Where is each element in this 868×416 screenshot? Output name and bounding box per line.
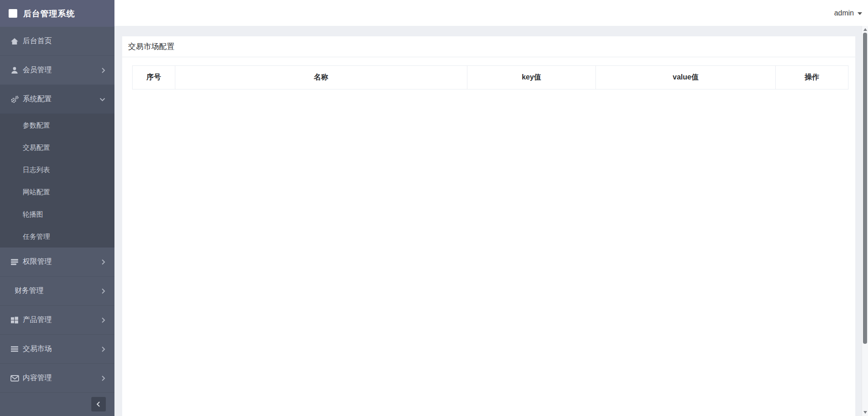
app-logo: 后台管理系统 — [0, 0, 114, 27]
col-header-key: key值 — [467, 66, 596, 89]
gears-icon — [10, 95, 19, 104]
sidebar-item-label: 后台首页 — [23, 36, 52, 46]
hamburger-icon — [10, 345, 19, 353]
scroll-down-arrow-icon[interactable] — [863, 411, 867, 414]
scrollbar-thumb[interactable] — [863, 33, 867, 344]
sidebar-subitem[interactable]: 参数配置 — [0, 114, 114, 136]
chevron-right-icon — [101, 259, 105, 265]
table-header-row: 序号 名称 key值 value值 操作 — [133, 66, 848, 89]
user-icon — [10, 66, 19, 74]
sidebar-subitem[interactable]: 任务管理 — [0, 225, 114, 248]
sidebar-subitem[interactable]: 轮播图 — [0, 203, 114, 225]
sidebar: 后台管理系统 后台首页会员管理系统配置参数配置交易配置日志列表网站配置轮播图任务… — [0, 0, 114, 416]
app-title: 后台管理系统 — [23, 8, 75, 19]
chevron-left-icon — [96, 401, 101, 407]
chevron-right-icon — [101, 67, 105, 73]
chevron-right-icon — [101, 346, 105, 352]
sidebar-subitem[interactable]: 网站配置 — [0, 181, 114, 203]
col-header-value: value值 — [596, 66, 776, 89]
sidebar-item[interactable]: 系统配置 — [0, 85, 114, 114]
content-area: 交易市场配置 序号 名称 key值 value值 操作 — [114, 26, 868, 416]
chevron-right-icon — [101, 288, 105, 294]
sidebar-item-label: 系统配置 — [23, 94, 52, 104]
sidebar-item[interactable]: 产品管理 — [0, 306, 114, 335]
sidebar-collapse-button[interactable] — [91, 397, 106, 411]
caret-down-icon — [858, 12, 862, 15]
config-table: 序号 名称 key值 value值 操作 — [132, 65, 848, 89]
sidebar-item[interactable]: 权限管理 — [0, 248, 114, 277]
scroll-up-arrow-icon[interactable] — [863, 28, 867, 31]
sidebar-item-label: 财务管理 — [15, 286, 44, 296]
sidebar-item-label: 会员管理 — [23, 65, 52, 75]
home-icon — [10, 37, 19, 45]
col-header-action: 操作 — [776, 66, 848, 89]
vertical-scrollbar[interactable] — [862, 26, 868, 416]
user-menu-dropdown[interactable]: admin — [834, 9, 862, 17]
envelope-icon — [10, 374, 19, 382]
sidebar-nav: 后台首页会员管理系统配置参数配置交易配置日志列表网站配置轮播图任务管理权限管理财… — [0, 27, 114, 393]
sidebar-item-label: 内容管理 — [23, 373, 52, 383]
col-header-no: 序号 — [133, 66, 175, 89]
sidebar-subitem[interactable]: 日志列表 — [0, 158, 114, 181]
sidebar-submenu: 参数配置交易配置日志列表网站配置轮播图任务管理 — [0, 114, 114, 248]
sidebar-subitem[interactable]: 交易配置 — [0, 136, 114, 158]
logo-square-icon — [9, 9, 17, 18]
main-area: admin 交易市场配置 序号 名称 key值 val — [114, 0, 868, 416]
page-title: 交易市场配置 — [122, 36, 855, 57]
sidebar-item[interactable]: 后台首页 — [0, 27, 114, 56]
card-body: 序号 名称 key值 value值 操作 — [122, 57, 855, 89]
stacked-bars-icon — [10, 258, 19, 266]
sidebar-item-label: 交易市场 — [23, 344, 52, 354]
windows-icon — [10, 316, 19, 324]
sidebar-item-label: 产品管理 — [23, 315, 52, 325]
config-card: 交易市场配置 序号 名称 key值 value值 操作 — [122, 36, 855, 416]
sidebar-item[interactable]: 内容管理 — [0, 364, 114, 393]
col-header-name: 名称 — [175, 66, 467, 89]
username-label: admin — [834, 9, 854, 17]
sidebar-item[interactable]: 会员管理 — [0, 56, 114, 85]
chevron-right-icon — [101, 375, 105, 381]
sidebar-item[interactable]: 交易市场 — [0, 335, 114, 364]
top-header: admin — [114, 0, 868, 26]
sidebar-item[interactable]: 财务管理 — [0, 277, 114, 306]
sidebar-item-label: 权限管理 — [23, 257, 52, 267]
chevron-right-icon — [101, 317, 105, 323]
chevron-down-icon — [99, 97, 105, 101]
